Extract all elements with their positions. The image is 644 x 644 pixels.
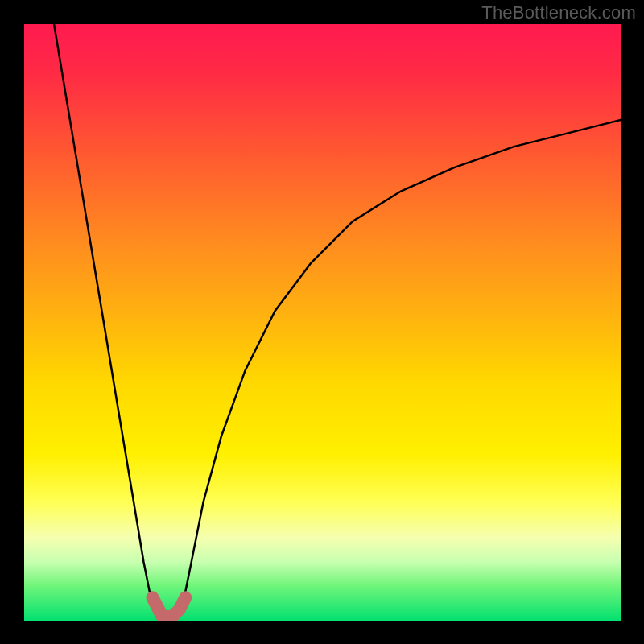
plot-area (24, 24, 621, 621)
watermark-text: TheBottleneck.com (481, 2, 636, 23)
bottleneck-curve (54, 24, 621, 617)
curve-layer (24, 24, 621, 621)
chart-frame: TheBottleneck.com (0, 0, 644, 644)
bottleneck-min-marker (153, 597, 186, 617)
